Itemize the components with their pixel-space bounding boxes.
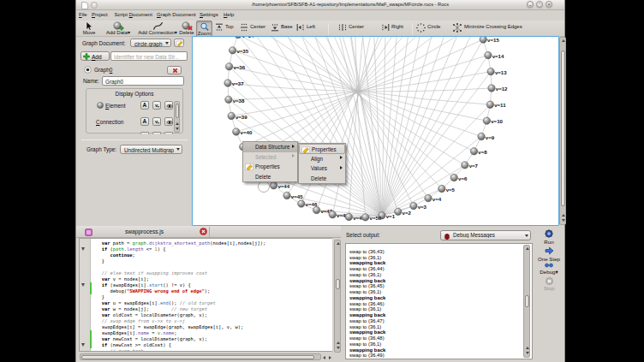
menu-item-delete[interactable]: Delete — [243, 172, 297, 182]
menu-item-align[interactable]: Align — [299, 154, 345, 164]
value-toggle-button[interactable] — [152, 132, 161, 134]
scroll-down-icon[interactable] — [337, 347, 340, 349]
scroll-up-icon[interactable] — [337, 242, 340, 245]
menu-graph-document[interactable]: Graph Document — [157, 12, 196, 17]
titlebar[interactable]: /home/phoenixx/SFB/SFB-A1-repository/Imp… — [76, 0, 564, 10]
menu-script-document[interactable]: Script Document — [115, 12, 152, 17]
graph-node-14[interactable]: v=14 — [485, 51, 504, 58]
scroll-up-icon[interactable] — [562, 214, 565, 217]
toolbar-button-minimize-crossing-edges[interactable]: Minimize Crossing Edges — [452, 23, 522, 33]
graph-node-39[interactable]: v=39 — [228, 112, 247, 119]
display-options-scrollbar[interactable] — [174, 101, 180, 133]
toolbar-button-add-connection[interactable]: Add Connection▾ — [134, 21, 181, 37]
run-button[interactable]: Run — [533, 229, 565, 245]
scrollbar-thumb[interactable] — [81, 355, 314, 360]
menu-help[interactable]: Help — [224, 12, 234, 17]
graph0-radio[interactable] — [84, 66, 92, 74]
editor-hscrollbar[interactable] — [80, 353, 321, 360]
add-data-structure-button[interactable]: Add — [80, 51, 110, 61]
graph-node-36[interactable]: v=36 — [225, 63, 245, 70]
close-button[interactable]: ✕ — [546, 1, 552, 8]
graph-node-38[interactable]: v=38 — [225, 96, 245, 103]
toolbar-button-center[interactable]: Center — [338, 23, 364, 33]
graph-node-8[interactable]: v=8 — [470, 148, 487, 155]
value-toggle-button-element[interactable]: v — [152, 101, 161, 110]
scroll-up-icon[interactable] — [526, 247, 529, 250]
output-combobox[interactable]: Debug Messages — [440, 230, 531, 240]
graph-node-35[interactable]: v=35 — [229, 47, 248, 54]
code-fold-marker[interactable] — [81, 247, 85, 251]
visibility-toggle-button-element[interactable] — [164, 101, 173, 110]
delete-graph-button[interactable] — [167, 66, 182, 74]
graph-node-4[interactable]: v=4 — [425, 194, 442, 201]
graph-node-50[interactable]: v=50 — [362, 214, 382, 221]
graph-node-2[interactable]: v=2 — [395, 208, 412, 215]
toolbar-button-delete[interactable]: Delete — [176, 21, 197, 37]
graph-node-5[interactable]: v=5 — [438, 185, 456, 192]
scroll-down-icon[interactable] — [562, 219, 565, 222]
scroll-up-icon[interactable] — [337, 341, 340, 344]
graph-node-9[interactable]: v=9 — [478, 133, 495, 139]
scroll-left-icon[interactable] — [323, 356, 325, 359]
graph-node-40[interactable]: v=40 — [233, 128, 253, 135]
graph-node-6[interactable]: v=6 — [450, 174, 468, 181]
menu-item-delete[interactable]: Delete — [299, 174, 345, 184]
menu-project[interactable]: Project — [92, 12, 108, 17]
graph-node-12[interactable]: v=12 — [488, 85, 508, 92]
scrollbar-thumb[interactable] — [336, 279, 341, 289]
code-editor[interactable]: var path = graph.dijkstra_shortest_path(… — [79, 238, 332, 352]
menu-item-data-structure[interactable]: Data Structure — [243, 142, 297, 152]
toolbar-button-zoom[interactable]: Zoom — [196, 21, 212, 37]
close-tab-icon[interactable] — [200, 228, 207, 235]
graph-node-45[interactable]: v=45 — [283, 192, 303, 199]
identifier-input[interactable]: Identifier for new Data Str... — [110, 51, 188, 61]
toolbar-button-base[interactable]: Base — [271, 23, 293, 33]
scroll-up-icon[interactable] — [176, 122, 179, 125]
menu-file[interactable]: File — [79, 12, 87, 17]
graph-canvas[interactable]: v=1v=2v=3v=4v=5v=6v=7v=8v=9v=10v=11v=12v… — [192, 36, 559, 226]
scroll-right-icon[interactable] — [329, 356, 331, 359]
toolbar-button-top[interactable]: Top — [215, 23, 234, 33]
scrollbar-thumb[interactable] — [561, 50, 566, 206]
graph-node-37[interactable]: v=37 — [224, 80, 244, 86]
value-toggle-button-connection[interactable]: v — [152, 117, 161, 126]
graph-node-15[interactable]: v=15 — [480, 37, 499, 43]
name-input[interactable]: Graph0 — [102, 76, 184, 86]
graph-node-13[interactable]: v=13 — [487, 68, 507, 74]
scroll-down-icon[interactable] — [176, 128, 179, 130]
graph-node-3[interactable]: v=3 — [410, 202, 427, 209]
toolbar-button-move[interactable]: Move — [79, 21, 99, 37]
scroll-up-icon[interactable] — [526, 347, 529, 349]
graph-node-11[interactable]: v=11 — [486, 101, 506, 108]
font-button-element[interactable]: A — [140, 101, 149, 110]
maximize-button[interactable]: ⌃ — [536, 1, 543, 8]
graph-node-34[interactable]: v=34 — [235, 37, 254, 39]
one-step-button[interactable]: One Step — [533, 246, 565, 262]
scroll-up-icon[interactable] — [562, 39, 565, 42]
debug-button[interactable]: Debug▾ — [533, 263, 565, 275]
scrollbar-thumb[interactable] — [525, 295, 530, 307]
visibility-toggle-button-connection[interactable] — [164, 117, 173, 126]
minimize-button[interactable]: ⌄ — [527, 1, 534, 8]
menu-item-values[interactable]: Values — [299, 163, 345, 174]
graph-node-7[interactable]: v=7 — [462, 162, 479, 169]
editor-vscrollbar[interactable] — [334, 240, 341, 353]
font-button[interactable] — [140, 132, 149, 134]
font-button-connection[interactable]: A — [140, 117, 149, 126]
code-fold-marker[interactable] — [81, 283, 85, 287]
scrollbar-thumb[interactable] — [176, 104, 180, 118]
code-fold-marker[interactable] — [81, 343, 85, 347]
toolbar-button-add-data[interactable]: Add Data▾ — [100, 21, 136, 37]
menu-item-properties[interactable]: Properties — [243, 162, 297, 172]
edit-document-button[interactable] — [174, 39, 184, 47]
graph-node-46[interactable]: v=46 — [298, 200, 318, 207]
canvas-vscrollbar[interactable] — [559, 37, 566, 225]
graph-document-combobox[interactable]: circle.graph — [130, 39, 171, 47]
graph0-radio-label[interactable]: Graph0 — [94, 67, 112, 73]
toolbar-button-center[interactable]: Center — [240, 23, 265, 33]
graph-node-10[interactable]: v=10 — [483, 117, 503, 124]
graph-type-combobox[interactable]: Undirected Multigrap — [120, 145, 182, 154]
scroll-down-icon[interactable] — [526, 352, 529, 354]
toolbar-button-left[interactable]: Left — [296, 23, 315, 33]
toolbar-button-circle[interactable]: Circle — [416, 23, 440, 33]
